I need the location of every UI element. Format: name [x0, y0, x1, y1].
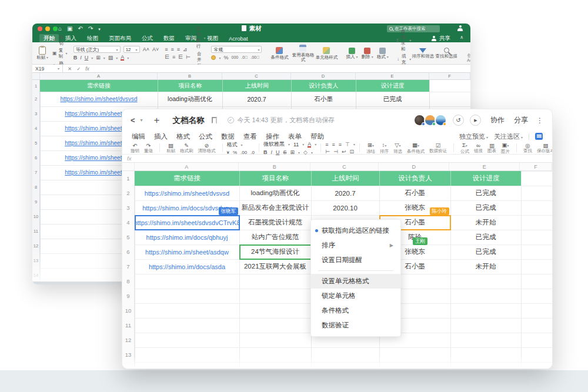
header-cell[interactable]: 项目名称 — [239, 171, 311, 186]
align-center-icon[interactable]: ≡ — [332, 142, 335, 148]
cell-status[interactable]: 未开始 — [450, 259, 521, 274]
cut-button[interactable]: ✂剪切 — [52, 35, 68, 46]
row-number[interactable]: 13 — [32, 253, 39, 268]
cell-project[interactable]: loading动画优化 — [158, 92, 222, 106]
column-header[interactable]: E — [449, 163, 520, 170]
name-box[interactable]: X19▾ — [32, 65, 63, 72]
conditional-format-button[interactable]: ▦▾条件格式 — [405, 142, 427, 154]
cell-style-button[interactable]: 单元格样式 — [315, 43, 338, 63]
find-button[interactable]: ◎查找 — [521, 142, 534, 153]
cell-status[interactable]: 已完成 — [450, 230, 521, 244]
fill-color-icon[interactable]: ▨ — [108, 55, 113, 61]
menu-form[interactable]: 表单 — [288, 132, 302, 141]
indent-icon[interactable]: ⊢ — [186, 54, 191, 60]
cell-owner[interactable]: 石小墨 — [379, 186, 450, 200]
percent-icon[interactable]: % — [223, 55, 228, 61]
cell-project[interactable]: 24节气海报设计 — [239, 244, 311, 259]
tab-formulas[interactable]: 公式 — [138, 34, 157, 43]
text-rotate-icon[interactable]: ⊤ — [345, 142, 350, 148]
paste-button[interactable]: 粘贴 ▾ — [35, 46, 50, 60]
column-header[interactable]: B — [239, 163, 310, 170]
row-number[interactable]: 5 — [32, 136, 39, 150]
font-name-select[interactable]: 等线 (正文)▾ — [74, 46, 121, 53]
bookmark-icon[interactable] — [212, 117, 217, 124]
format-painter-button[interactable]: ✎格式刷 — [178, 142, 196, 153]
cell-project[interactable]: 新品发布会主视觉设计 — [239, 200, 311, 215]
cell-date[interactable]: 2020.10 — [311, 200, 379, 215]
cell-status[interactable]: 已完成 — [450, 200, 521, 215]
row-number[interactable]: 8 — [122, 274, 134, 289]
menu-item-conditional-format[interactable]: 条件格式 — [311, 303, 400, 318]
cell-status[interactable]: 未开始 — [450, 215, 521, 230]
tab-data[interactable]: 数据 — [159, 34, 179, 43]
column-header[interactable]: C — [310, 163, 379, 170]
cell-date[interactable]: 2020.7 — [311, 186, 379, 200]
menu-formula[interactable]: 公式 — [199, 132, 212, 141]
back-icon[interactable]: < — [131, 116, 135, 125]
header-cell[interactable]: 需求链接 — [135, 171, 239, 186]
column-header[interactable]: C — [222, 73, 291, 79]
delete-cells-button[interactable]: 删除 ▾ — [360, 43, 375, 63]
cell-link[interactable]: https://shimo.im/docs/qbhuyj — [146, 234, 228, 241]
cancel-icon[interactable]: ✕ — [68, 66, 72, 72]
avatar[interactable] — [435, 114, 447, 126]
fill-button[interactable]: ↓填充 ▾ — [396, 53, 412, 65]
row-number[interactable]: 4 — [32, 121, 39, 136]
redo-button[interactable]: ↷重做 — [142, 142, 155, 153]
independent-preview-select[interactable]: 独立预览▾ — [459, 132, 488, 141]
menu-format[interactable]: 格式 — [176, 132, 190, 141]
number-format-select[interactable]: 常规▾ — [211, 46, 262, 53]
column-header[interactable]: D — [291, 73, 356, 79]
insert-cells-button[interactable]: 插入 ▾ — [344, 43, 359, 63]
clear-format-button[interactable]: ⊘清除格式 — [196, 142, 218, 153]
row-number[interactable]: 4 — [122, 215, 134, 230]
align-left-icon[interactable]: ⋿ — [165, 54, 169, 60]
cell-project[interactable]: 石墨视觉设计规范 — [239, 215, 311, 230]
header-cell[interactable]: 项目名称 — [158, 80, 222, 92]
row-number[interactable]: 14 — [32, 268, 39, 282]
autosum-button[interactable]: Σ自动求和 ▾ — [396, 29, 412, 52]
enter-icon[interactable]: ✓ — [76, 66, 81, 72]
row-number[interactable]: 12 — [122, 333, 134, 347]
column-header[interactable]: B — [158, 73, 222, 79]
menu-help[interactable]: 帮助 — [310, 132, 324, 141]
decrease-decimal-icon[interactable]: .00⃕ — [250, 55, 259, 61]
paste-button[interactable]: ▤粘贴 — [164, 142, 178, 153]
tab-acrobat[interactable]: Acrobat — [225, 35, 252, 42]
cell-link[interactable]: https://shimo.im/sheet/sdvsdvCTrvK8 — [135, 219, 239, 226]
row-number[interactable]: 11 — [32, 224, 39, 239]
column-header[interactable]: D — [379, 163, 450, 170]
menu-item-get-link[interactable]: 获取指向此选区的链接 — [311, 223, 400, 238]
shimo-formula-bar[interactable]: fx — [122, 155, 552, 163]
comma-style-icon[interactable]: 000 — [232, 55, 239, 61]
collapse-ribbon-icon[interactable]: ∧ — [460, 35, 463, 40]
row-number[interactable]: 6 — [32, 150, 39, 165]
sort-button[interactable]: ↕▾排序 — [377, 142, 391, 154]
menu-item-date-reminder[interactable]: 设置日期提醒 — [311, 253, 400, 267]
header-cell[interactable]: 需求链接 — [40, 80, 158, 92]
font-color-icon[interactable]: A — [308, 142, 311, 148]
align-middle-icon[interactable]: ⊣ — [333, 149, 338, 155]
adobe-pdf-button[interactable]: 创建并共享 Adobe PDF — [464, 43, 470, 63]
link-button[interactable]: ∞链接 — [472, 142, 485, 153]
bold-icon[interactable]: B — [74, 55, 78, 61]
more-options-icon[interactable]: ⋮ — [536, 116, 544, 125]
cell-owner[interactable]: 石小墨 — [291, 92, 356, 106]
menu-item-sort[interactable]: 排序▶ — [311, 238, 400, 253]
cell-link[interactable]: https://shimo.im/sheet/dvsvsd — [60, 96, 137, 102]
menu-item-cell-format[interactable]: 设置单元格格式 — [311, 274, 400, 289]
cell-status[interactable]: 已完成 — [356, 92, 429, 106]
wrap-text-button[interactable]: ↩自动换行 ▾ — [191, 26, 206, 49]
present-icon[interactable]: ▶ — [470, 115, 481, 126]
font-size-select[interactable]: 12▾ — [123, 46, 140, 53]
new-document-icon[interactable]: + — [154, 115, 160, 126]
account-icon[interactable] — [457, 25, 463, 32]
italic-icon[interactable]: I — [80, 55, 82, 61]
back-caret-icon[interactable]: ▾ — [141, 118, 143, 123]
tab-page-layout[interactable]: 页面布局 — [105, 34, 135, 43]
cell-link[interactable]: https://shimo.im/docs/asda — [149, 263, 225, 270]
tab-view[interactable]: 视图 — [203, 34, 222, 43]
shrink-font-icon[interactable]: A˅ — [152, 46, 159, 52]
cell-date[interactable]: 2020.7 — [222, 92, 291, 106]
format-cells-button[interactable]: 格式 ▾ — [375, 43, 390, 63]
